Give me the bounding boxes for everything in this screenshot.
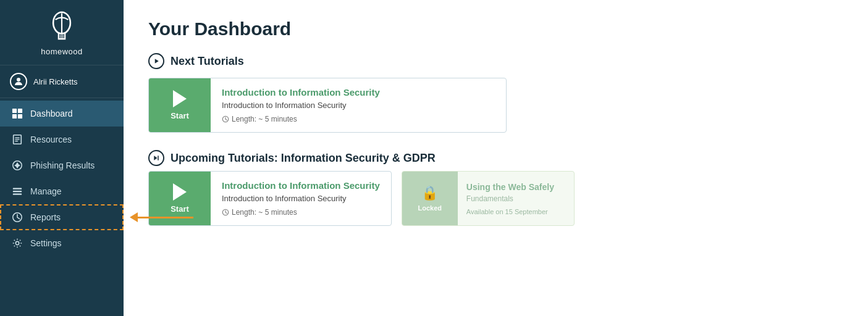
sidebar-item-phishing-label: Phishing Results bbox=[30, 160, 95, 170]
next-tutorials-header: Next Tutorials bbox=[148, 53, 843, 69]
sidebar-item-settings-label: Settings bbox=[30, 238, 62, 248]
page-title: Your Dashboard bbox=[148, 19, 843, 40]
svg-point-17 bbox=[15, 241, 19, 244]
upcoming-play-triangle-icon bbox=[173, 183, 187, 201]
next-tutorial-card: Start Introduction to Information Securi… bbox=[148, 78, 507, 133]
arrow-line bbox=[138, 217, 193, 218]
sidebar-item-reports-label: Reports bbox=[30, 212, 61, 222]
sidebar-item-reports[interactable]: Reports bbox=[0, 204, 124, 230]
sidebar-item-resources-label: Resources bbox=[30, 135, 72, 144]
manage-icon bbox=[11, 185, 23, 198]
reports-arrow bbox=[130, 212, 193, 222]
locked-label: Locked bbox=[418, 204, 442, 212]
svg-point-2 bbox=[17, 78, 20, 81]
svg-rect-6 bbox=[18, 114, 22, 118]
settings-icon bbox=[11, 237, 23, 249]
username-label: Alrii Ricketts bbox=[33, 77, 78, 86]
sidebar-item-phishing[interactable]: Phishing Results bbox=[0, 152, 124, 178]
next-tutorial-subtitle: Introduction to Information Security bbox=[222, 101, 380, 110]
sidebar-nav: Dashboard Resources Phishing Results Man… bbox=[0, 98, 124, 316]
brand-name: homewood bbox=[41, 47, 83, 56]
upcoming-tutorial-1-title: Introduction to Information Security bbox=[222, 180, 380, 191]
upcoming-tutorial-1-info: Introduction to Information Security Int… bbox=[211, 172, 391, 225]
svg-point-12 bbox=[17, 165, 19, 167]
phishing-icon bbox=[11, 159, 23, 172]
svg-rect-3 bbox=[12, 109, 17, 113]
upcoming-tutorial-1-subtitle: Introduction to Information Security bbox=[222, 194, 380, 203]
svg-rect-13 bbox=[13, 188, 22, 189]
locked-card-title: Using the Web Safely bbox=[466, 182, 554, 192]
svg-rect-15 bbox=[13, 194, 22, 195]
user-avatar-icon bbox=[10, 73, 27, 90]
svg-marker-18 bbox=[155, 59, 159, 64]
next-tutorial-title: Introduction to Information Security bbox=[222, 87, 380, 98]
sidebar-item-dashboard-label: Dashboard bbox=[30, 109, 73, 118]
resources-icon bbox=[11, 133, 23, 146]
upcoming-tutorial-1-length: Length: ~ 5 minutes bbox=[222, 208, 380, 217]
svg-rect-1 bbox=[60, 35, 64, 39]
sidebar: homewood Alrii Ricketts Dashboard Resour… bbox=[0, 0, 124, 316]
upcoming-tutorial-1-length-text: Length: ~ 5 minutes bbox=[232, 208, 297, 217]
locked-card-info: Using the Web Safely Fundamentals Availa… bbox=[458, 172, 563, 225]
upcoming-tutorials-title: Upcoming Tutorials: Information Security… bbox=[171, 152, 436, 165]
upcoming-tutorials-skip-icon bbox=[148, 150, 164, 166]
upcoming-tutorials-section: Upcoming Tutorials: Information Security… bbox=[148, 150, 843, 226]
upcoming-tutorial-card-2: 🔒 Locked Using the Web Safely Fundamenta… bbox=[402, 171, 575, 226]
main-content: Your Dashboard Next Tutorials Start Intr… bbox=[124, 0, 868, 316]
sidebar-item-resources[interactable]: Resources bbox=[0, 127, 124, 152]
sidebar-logo: homewood bbox=[0, 0, 124, 65]
svg-rect-4 bbox=[18, 109, 22, 113]
dashboard-icon bbox=[11, 107, 23, 120]
sidebar-item-settings[interactable]: Settings bbox=[0, 230, 124, 256]
homewood-logo-icon bbox=[46, 11, 78, 43]
next-tutorials-play-icon bbox=[148, 53, 164, 69]
reports-icon bbox=[11, 211, 23, 223]
next-tutorial-start-button[interactable]: Start bbox=[149, 78, 211, 132]
svg-rect-14 bbox=[13, 191, 22, 192]
user-profile[interactable]: Alrii Ricketts bbox=[0, 65, 124, 98]
lock-icon: 🔒 bbox=[421, 185, 438, 201]
sidebar-item-dashboard[interactable]: Dashboard bbox=[0, 101, 124, 127]
sidebar-item-manage-label: Manage bbox=[30, 186, 62, 196]
locked-card-subtitle: Fundamentals bbox=[466, 194, 554, 203]
arrow-head-icon bbox=[130, 212, 138, 222]
svg-marker-20 bbox=[154, 156, 157, 160]
next-tutorials-title: Next Tutorials bbox=[171, 55, 244, 68]
next-tutorial-info: Introduction to Information Security Int… bbox=[211, 78, 391, 132]
upcoming-cards-container: Start Introduction to Information Securi… bbox=[148, 171, 741, 226]
upcoming-tutorials-header: Upcoming Tutorials: Information Security… bbox=[148, 150, 843, 166]
play-triangle-icon bbox=[173, 90, 187, 107]
svg-rect-5 bbox=[12, 114, 17, 118]
sidebar-item-manage[interactable]: Manage bbox=[0, 178, 124, 204]
next-tutorial-length-text: Length: ~ 5 minutes bbox=[232, 115, 297, 123]
next-tutorial-length: Length: ~ 5 minutes bbox=[222, 115, 380, 123]
next-tutorial-start-label: Start bbox=[171, 111, 189, 120]
locked-card-locked-area: 🔒 Locked bbox=[402, 172, 458, 225]
locked-card-available: Available on 15 September bbox=[466, 208, 554, 215]
